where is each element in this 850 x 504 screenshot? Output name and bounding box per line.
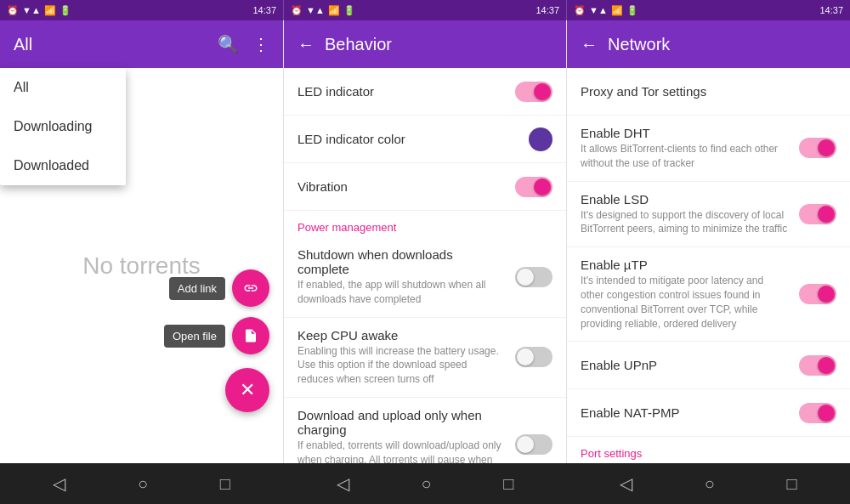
alarm-icon: ⏰ bbox=[7, 5, 19, 16]
charging-desc: If enabled, torrents will download/uploa… bbox=[298, 439, 505, 463]
shutdown-desc: If enabled, the app will shutdown when a… bbox=[298, 278, 505, 307]
led-indicator-toggle[interactable] bbox=[515, 82, 552, 102]
led-indicator-title: LED indicator bbox=[298, 84, 505, 99]
lsd-item: Enable LSD It's designed to support the … bbox=[567, 182, 850, 248]
bottom-nav: ◁ ○ □ ◁ ○ □ ◁ ○ □ bbox=[0, 463, 850, 504]
center-battery-icon: 🔋 bbox=[343, 5, 355, 16]
status-bars: ⏰ ▼▲ 📶 🔋 14:37 ⏰ ▼▲ 📶 🔋 14:37 ⏰ ▼▲ 📶 🔋 1… bbox=[0, 0, 850, 20]
center-header: ← Behavior bbox=[284, 20, 566, 68]
vibration-title: Vibration bbox=[298, 179, 505, 194]
dropdown-item-downloaded[interactable]: Downloaded bbox=[0, 146, 126, 185]
right-recent-nav-icon[interactable]: □ bbox=[787, 474, 797, 494]
right-header-title: Network bbox=[608, 35, 670, 54]
center-home-nav-icon[interactable]: ○ bbox=[421, 474, 431, 494]
utp-title: Enable µTP bbox=[581, 258, 789, 272]
led-color-circle[interactable] bbox=[529, 127, 552, 151]
main-content: All 🔍 ⋮ All Downloading Downloaded No to… bbox=[0, 20, 850, 463]
right-bottom-nav: ◁ ○ □ bbox=[567, 463, 850, 504]
right-panel: ← Network Proxy and Tor settings Enable … bbox=[567, 20, 850, 463]
status-bar-center: ⏰ ▼▲ 📶 🔋 14:37 bbox=[283, 0, 567, 20]
fab-close-button[interactable]: ✕ bbox=[225, 368, 269, 412]
right-status-icons: ⏰ ▼▲ 📶 🔋 bbox=[574, 5, 638, 16]
lsd-desc: It's designed to support the discovery o… bbox=[581, 208, 789, 237]
left-back-nav-icon[interactable]: ◁ bbox=[53, 473, 65, 494]
right-alarm-icon: ⏰ bbox=[574, 5, 586, 16]
status-bar-right: ⏰ ▼▲ 📶 🔋 14:37 bbox=[567, 0, 850, 20]
add-link-button[interactable] bbox=[232, 269, 269, 307]
center-bottom-nav: ◁ ○ □ bbox=[283, 463, 566, 504]
dht-item: Enable DHT It allows BitTorrent-clients … bbox=[567, 116, 850, 182]
open-file-button[interactable] bbox=[232, 317, 269, 354]
right-time: 14:37 bbox=[819, 5, 843, 15]
battery-icon: 🔋 bbox=[60, 5, 71, 16]
center-signal-icon: 📶 bbox=[328, 5, 340, 16]
wifi-icon: ▼▲ bbox=[22, 5, 41, 15]
left-status-icons: ⏰ ▼▲ 📶 🔋 bbox=[7, 5, 71, 16]
lsd-title: Enable LSD bbox=[581, 192, 789, 207]
vibration-toggle[interactable] bbox=[515, 177, 552, 197]
cpu-awake-toggle[interactable] bbox=[515, 347, 552, 367]
open-file-label: Open file bbox=[164, 325, 225, 348]
right-back-nav-icon[interactable]: ◁ bbox=[620, 473, 632, 494]
shutdown-toggle[interactable] bbox=[515, 267, 552, 287]
left-header: All 🔍 ⋮ bbox=[0, 20, 283, 68]
right-home-nav-icon[interactable]: ○ bbox=[705, 474, 715, 494]
natpmp-title: Enable NAT-PMP bbox=[581, 405, 789, 420]
cpu-awake-desc: Enabling this will increase the battery … bbox=[298, 344, 505, 387]
center-content: LED indicator LED indicator color Vibrat… bbox=[284, 68, 566, 463]
natpmp-item: Enable NAT-PMP bbox=[567, 389, 850, 437]
power-management-header: Power management bbox=[284, 211, 566, 237]
shutdown-title: Shutdown when downloads complete bbox=[298, 247, 505, 276]
vibration-item: Vibration bbox=[284, 163, 566, 211]
add-link-label: Add link bbox=[169, 277, 225, 300]
open-file-fab-item: Open file bbox=[164, 317, 269, 354]
left-header-title: All bbox=[14, 35, 204, 54]
right-battery-icon: 🔋 bbox=[626, 5, 638, 16]
right-signal-icon: 📶 bbox=[611, 5, 623, 16]
left-content: All Downloading Downloaded No torrents A… bbox=[0, 68, 283, 463]
led-color-item: LED indicator color bbox=[284, 116, 566, 163]
center-time: 14:37 bbox=[536, 5, 559, 15]
port-settings-header: Port settings bbox=[567, 437, 850, 463]
dht-toggle[interactable] bbox=[799, 138, 836, 158]
dht-desc: It allows BitTorrent-clients to find eac… bbox=[581, 142, 789, 171]
center-recent-nav-icon[interactable]: □ bbox=[503, 474, 513, 494]
utp-item: Enable µTP It's intended to mitigate poo… bbox=[567, 247, 850, 342]
utp-desc: It's intended to mitigate poor latency a… bbox=[581, 274, 789, 331]
status-bar-left: ⏰ ▼▲ 📶 🔋 14:37 bbox=[0, 0, 283, 20]
center-back-nav-icon[interactable]: ◁ bbox=[337, 473, 349, 494]
led-color-title: LED indicator color bbox=[298, 132, 518, 146]
cpu-awake-item: Keep CPU awake Enabling this will increa… bbox=[284, 318, 566, 398]
dropdown-item-all[interactable]: All bbox=[0, 68, 126, 107]
upnp-item: Enable UPnP bbox=[567, 342, 850, 389]
utp-toggle[interactable] bbox=[799, 284, 836, 304]
center-status-icons: ⏰ ▼▲ 📶 🔋 bbox=[291, 5, 355, 16]
right-back-icon[interactable]: ← bbox=[581, 35, 598, 54]
upnp-toggle[interactable] bbox=[799, 355, 836, 376]
center-header-title: Behavior bbox=[325, 35, 392, 54]
search-icon[interactable]: 🔍 bbox=[218, 34, 239, 54]
charging-item: Download and upload only when charging I… bbox=[284, 398, 566, 463]
more-options-icon[interactable]: ⋮ bbox=[252, 34, 269, 54]
cpu-awake-title: Keep CPU awake bbox=[298, 328, 505, 343]
proxy-item[interactable]: Proxy and Tor settings bbox=[567, 68, 850, 116]
center-wifi-icon: ▼▲ bbox=[306, 5, 325, 15]
left-home-nav-icon[interactable]: ○ bbox=[138, 474, 148, 494]
right-header: ← Network bbox=[567, 20, 850, 68]
charging-title: Download and upload only when charging bbox=[298, 408, 505, 437]
led-indicator-item: LED indicator bbox=[284, 68, 566, 116]
signal-icon: 📶 bbox=[44, 5, 56, 16]
left-time: 14:37 bbox=[252, 5, 276, 15]
shutdown-item: Shutdown when downloads complete If enab… bbox=[284, 237, 566, 318]
right-wifi-icon: ▼▲ bbox=[589, 5, 608, 15]
center-panel: ← Behavior LED indicator LED indicator c… bbox=[283, 20, 567, 463]
left-panel: All 🔍 ⋮ All Downloading Downloaded No to… bbox=[0, 20, 283, 463]
left-recent-nav-icon[interactable]: □ bbox=[220, 474, 230, 494]
lsd-toggle[interactable] bbox=[799, 204, 836, 224]
right-content: Proxy and Tor settings Enable DHT It all… bbox=[567, 68, 850, 463]
upnp-title: Enable UPnP bbox=[581, 358, 789, 372]
center-back-icon[interactable]: ← bbox=[298, 35, 314, 54]
charging-toggle[interactable] bbox=[515, 434, 552, 455]
natpmp-toggle[interactable] bbox=[799, 403, 836, 423]
dropdown-item-downloading[interactable]: Downloading bbox=[0, 107, 126, 146]
